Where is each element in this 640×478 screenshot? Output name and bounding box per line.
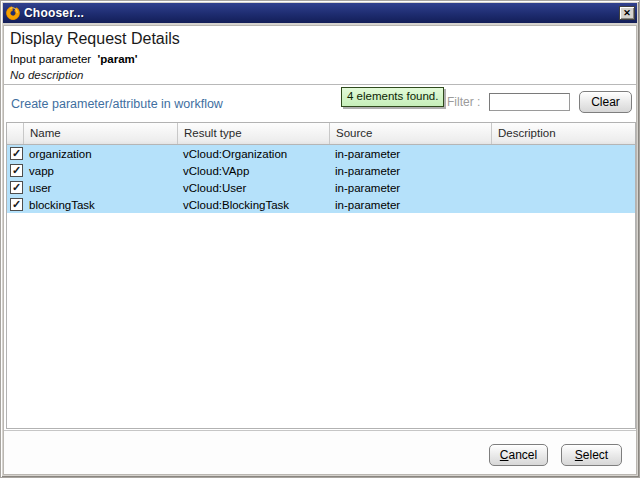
row-checkbox[interactable]: ✓ <box>10 164 23 177</box>
cell-checkbox: ✓ <box>7 181 23 194</box>
cell-name: vapp <box>23 165 177 177</box>
filter-input[interactable] <box>489 93 570 111</box>
titlebar[interactable]: Chooser... ✕ <box>3 3 637 23</box>
cancel-label-rest: ancel <box>508 448 537 462</box>
table-body: ✓ organization vCloud:Organization in-pa… <box>7 145 635 213</box>
table-row[interactable]: ✓ blockingTask vCloud:BlockingTask in-pa… <box>7 196 635 213</box>
cell-name: organization <box>23 148 177 160</box>
cell-checkbox: ✓ <box>7 198 23 211</box>
row-checkbox[interactable]: ✓ <box>10 198 23 211</box>
column-header-result-type[interactable]: Result type <box>177 123 329 144</box>
input-parameter-label: Input parameter <box>10 53 91 65</box>
elements-table: Name Result type Source Description ✓ or… <box>6 122 636 429</box>
chooser-dialog: Chooser... ✕ Display Request Details Inp… <box>0 0 640 478</box>
description-text: No description <box>10 69 84 81</box>
table-row[interactable]: ✓ organization vCloud:Organization in-pa… <box>7 145 635 162</box>
select-button[interactable]: Select <box>561 444 622 466</box>
row-checkbox[interactable]: ✓ <box>10 181 23 194</box>
table-header: Name Result type Source Description <box>7 123 635 145</box>
cell-name: user <box>23 182 177 194</box>
elements-found-badge: 4 elements found. <box>341 87 444 107</box>
close-icon: ✕ <box>623 9 631 18</box>
cell-result-type: vCloud:BlockingTask <box>177 199 329 211</box>
header-section: Display Request Details Input parameter … <box>4 26 636 85</box>
select-label-rest: elect <box>583 448 608 462</box>
dialog-content: Display Request Details Input parameter … <box>3 25 637 475</box>
column-header-source[interactable]: Source <box>329 123 491 144</box>
filter-label: Filter : <box>447 95 480 109</box>
checkmark-icon: ✓ <box>12 182 21 193</box>
clear-button[interactable]: Clear <box>579 91 632 113</box>
cancel-button[interactable]: Cancel <box>489 444 548 466</box>
cell-source: in-parameter <box>329 148 491 160</box>
orchestrator-logo-icon <box>6 6 20 20</box>
checkmark-icon: ✓ <box>12 148 21 159</box>
cell-result-type: vCloud:User <box>177 182 329 194</box>
cell-checkbox: ✓ <box>7 147 23 160</box>
checkmark-icon: ✓ <box>12 165 21 176</box>
cell-result-type: vCloud:Organization <box>177 148 329 160</box>
cell-name: blockingTask <box>23 199 177 211</box>
table-row[interactable]: ✓ user vCloud:User in-parameter <box>7 179 635 196</box>
cell-source: in-parameter <box>329 199 491 211</box>
cell-source: in-parameter <box>329 165 491 177</box>
create-parameter-link[interactable]: Create parameter/attribute in workflow <box>11 97 223 111</box>
footer-section: Cancel Select <box>4 430 636 474</box>
cell-source: in-parameter <box>329 182 491 194</box>
cell-result-type: vCloud:VApp <box>177 165 329 177</box>
window-title: Chooser... <box>24 6 619 20</box>
row-checkbox[interactable]: ✓ <box>10 147 23 160</box>
select-mnemonic: S <box>575 448 583 462</box>
column-header-checkbox <box>7 123 23 144</box>
page-title: Display Request Details <box>10 30 180 48</box>
cell-checkbox: ✓ <box>7 164 23 177</box>
close-button[interactable]: ✕ <box>619 6 635 20</box>
column-header-description[interactable]: Description <box>491 123 635 144</box>
table-row[interactable]: ✓ vapp vCloud:VApp in-parameter <box>7 162 635 179</box>
input-parameter-value: 'param' <box>98 53 138 65</box>
checkmark-icon: ✓ <box>12 199 21 210</box>
toolbar-row: Create parameter/attribute in workflow 4… <box>4 86 636 122</box>
column-header-name[interactable]: Name <box>23 123 177 144</box>
input-parameter-line: Input parameter 'param' <box>10 53 138 65</box>
